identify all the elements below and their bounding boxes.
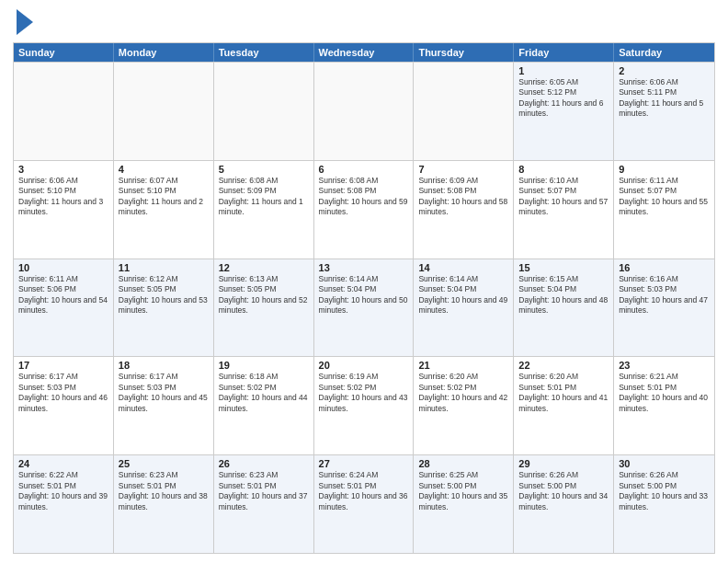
calendar-row-0: 1Sunrise: 6:05 AM Sunset: 5:12 PM Daylig… <box>14 62 714 160</box>
day-cell-12: 12Sunrise: 6:13 AM Sunset: 5:05 PM Dayli… <box>214 259 314 357</box>
day-cell-14: 14Sunrise: 6:14 AM Sunset: 5:04 PM Dayli… <box>414 259 514 357</box>
cell-info: Sunrise: 6:12 AM Sunset: 5:05 PM Dayligh… <box>119 274 209 316</box>
day-cell-13: 13Sunrise: 6:14 AM Sunset: 5:04 PM Dayli… <box>314 259 415 357</box>
day-cell-29: 29Sunrise: 6:26 AM Sunset: 5:00 PM Dayli… <box>514 455 614 553</box>
day-cell-27: 27Sunrise: 6:24 AM Sunset: 5:01 PM Dayli… <box>314 455 415 553</box>
day-cell-16: 16Sunrise: 6:16 AM Sunset: 5:03 PM Dayli… <box>614 259 714 357</box>
cell-info: Sunrise: 6:20 AM Sunset: 5:02 PM Dayligh… <box>418 372 508 414</box>
day-cell-2: 2Sunrise: 6:06 AM Sunset: 5:11 PM Daylig… <box>614 63 714 160</box>
day-cell-1: 1Sunrise: 6:05 AM Sunset: 5:12 PM Daylig… <box>514 63 614 160</box>
cell-info: Sunrise: 6:10 AM Sunset: 5:07 PM Dayligh… <box>518 176 609 218</box>
day-number: 30 <box>619 458 710 469</box>
day-number: 3 <box>18 164 108 175</box>
day-number: 18 <box>119 360 209 371</box>
header-day-thursday: Thursday <box>414 43 514 62</box>
cell-info: Sunrise: 6:06 AM Sunset: 5:11 PM Dayligh… <box>619 77 710 120</box>
day-number: 27 <box>319 458 409 469</box>
day-number: 10 <box>18 262 108 273</box>
day-number: 25 <box>119 458 209 469</box>
day-cell-8: 8Sunrise: 6:10 AM Sunset: 5:07 PM Daylig… <box>514 161 614 259</box>
header-day-saturday: Saturday <box>614 43 714 62</box>
empty-cell-0-4 <box>414 63 514 160</box>
empty-cell-0-3 <box>314 63 415 160</box>
day-cell-17: 17Sunrise: 6:17 AM Sunset: 5:03 PM Dayli… <box>14 357 114 454</box>
cell-info: Sunrise: 6:16 AM Sunset: 5:03 PM Dayligh… <box>619 274 710 316</box>
calendar-row-4: 24Sunrise: 6:22 AM Sunset: 5:01 PM Dayli… <box>14 454 714 553</box>
cell-info: Sunrise: 6:15 AM Sunset: 5:04 PM Dayligh… <box>518 274 609 316</box>
header-day-friday: Friday <box>514 43 614 62</box>
header-day-monday: Monday <box>114 43 214 62</box>
day-number: 16 <box>619 262 710 273</box>
cell-info: Sunrise: 6:19 AM Sunset: 5:02 PM Dayligh… <box>319 372 409 414</box>
calendar-row-1: 3Sunrise: 6:06 AM Sunset: 5:10 PM Daylig… <box>14 160 714 259</box>
day-number: 15 <box>518 262 609 273</box>
day-cell-21: 21Sunrise: 6:20 AM Sunset: 5:02 PM Dayli… <box>414 357 514 454</box>
day-cell-11: 11Sunrise: 6:12 AM Sunset: 5:05 PM Dayli… <box>114 259 214 357</box>
cell-info: Sunrise: 6:20 AM Sunset: 5:01 PM Dayligh… <box>518 372 609 414</box>
day-number: 8 <box>518 164 609 175</box>
day-cell-9: 9Sunrise: 6:11 AM Sunset: 5:07 PM Daylig… <box>614 161 714 259</box>
cell-info: Sunrise: 6:26 AM Sunset: 5:00 PM Dayligh… <box>518 470 609 512</box>
day-cell-23: 23Sunrise: 6:21 AM Sunset: 5:01 PM Dayli… <box>614 357 714 454</box>
day-number: 21 <box>418 360 508 371</box>
day-cell-28: 28Sunrise: 6:25 AM Sunset: 5:00 PM Dayli… <box>414 455 514 553</box>
day-number: 13 <box>319 262 409 273</box>
logo <box>13 9 33 35</box>
day-cell-10: 10Sunrise: 6:11 AM Sunset: 5:06 PM Dayli… <box>14 259 114 357</box>
day-cell-15: 15Sunrise: 6:15 AM Sunset: 5:04 PM Dayli… <box>514 259 614 357</box>
cell-info: Sunrise: 6:09 AM Sunset: 5:08 PM Dayligh… <box>418 176 508 218</box>
cell-info: Sunrise: 6:11 AM Sunset: 5:06 PM Dayligh… <box>18 274 108 316</box>
cell-info: Sunrise: 6:05 AM Sunset: 5:12 PM Dayligh… <box>518 77 609 120</box>
cell-info: Sunrise: 6:13 AM Sunset: 5:05 PM Dayligh… <box>219 274 309 316</box>
day-number: 17 <box>18 360 108 371</box>
day-number: 26 <box>219 458 309 469</box>
day-number: 5 <box>219 164 309 175</box>
day-cell-24: 24Sunrise: 6:22 AM Sunset: 5:01 PM Dayli… <box>14 455 114 553</box>
cell-info: Sunrise: 6:11 AM Sunset: 5:07 PM Dayligh… <box>619 176 710 218</box>
day-number: 14 <box>418 262 508 273</box>
header-day-tuesday: Tuesday <box>214 43 314 62</box>
day-number: 9 <box>619 164 710 175</box>
cell-info: Sunrise: 6:14 AM Sunset: 5:04 PM Dayligh… <box>418 274 508 316</box>
cell-info: Sunrise: 6:14 AM Sunset: 5:04 PM Dayligh… <box>319 274 409 316</box>
day-number: 6 <box>319 164 409 175</box>
cell-info: Sunrise: 6:23 AM Sunset: 5:01 PM Dayligh… <box>119 470 209 512</box>
day-cell-26: 26Sunrise: 6:23 AM Sunset: 5:01 PM Dayli… <box>214 455 314 553</box>
calendar: SundayMondayTuesdayWednesdayThursdayFrid… <box>13 42 715 554</box>
day-cell-25: 25Sunrise: 6:23 AM Sunset: 5:01 PM Dayli… <box>114 455 214 553</box>
day-number: 19 <box>219 360 309 371</box>
day-number: 20 <box>319 360 409 371</box>
empty-cell-0-2 <box>214 63 314 160</box>
cell-info: Sunrise: 6:17 AM Sunset: 5:03 PM Dayligh… <box>119 372 209 414</box>
calendar-body: 1Sunrise: 6:05 AM Sunset: 5:12 PM Daylig… <box>14 62 714 553</box>
cell-info: Sunrise: 6:07 AM Sunset: 5:10 PM Dayligh… <box>119 176 209 218</box>
day-number: 11 <box>119 262 209 273</box>
day-cell-18: 18Sunrise: 6:17 AM Sunset: 5:03 PM Dayli… <box>114 357 214 454</box>
page: SundayMondayTuesdayWednesdayThursdayFrid… <box>0 0 728 563</box>
header <box>13 9 715 35</box>
cell-info: Sunrise: 6:08 AM Sunset: 5:08 PM Dayligh… <box>319 176 409 218</box>
logo-arrow-icon <box>17 9 33 35</box>
day-number: 28 <box>418 458 508 469</box>
day-number: 24 <box>18 458 108 469</box>
day-number: 4 <box>119 164 209 175</box>
empty-cell-0-0 <box>14 63 114 160</box>
calendar-row-3: 17Sunrise: 6:17 AM Sunset: 5:03 PM Dayli… <box>14 356 714 454</box>
cell-info: Sunrise: 6:06 AM Sunset: 5:10 PM Dayligh… <box>18 176 108 218</box>
cell-info: Sunrise: 6:22 AM Sunset: 5:01 PM Dayligh… <box>18 470 108 512</box>
calendar-header: SundayMondayTuesdayWednesdayThursdayFrid… <box>14 43 714 62</box>
day-cell-5: 5Sunrise: 6:08 AM Sunset: 5:09 PM Daylig… <box>214 161 314 259</box>
day-number: 7 <box>418 164 508 175</box>
day-number: 12 <box>219 262 309 273</box>
cell-info: Sunrise: 6:18 AM Sunset: 5:02 PM Dayligh… <box>219 372 309 414</box>
header-day-wednesday: Wednesday <box>314 43 415 62</box>
cell-info: Sunrise: 6:23 AM Sunset: 5:01 PM Dayligh… <box>219 470 309 512</box>
day-cell-19: 19Sunrise: 6:18 AM Sunset: 5:02 PM Dayli… <box>214 357 314 454</box>
cell-info: Sunrise: 6:17 AM Sunset: 5:03 PM Dayligh… <box>18 372 108 414</box>
day-number: 1 <box>518 65 609 76</box>
day-cell-30: 30Sunrise: 6:26 AM Sunset: 5:00 PM Dayli… <box>614 455 714 553</box>
cell-info: Sunrise: 6:08 AM Sunset: 5:09 PM Dayligh… <box>219 176 309 218</box>
day-cell-4: 4Sunrise: 6:07 AM Sunset: 5:10 PM Daylig… <box>114 161 214 259</box>
day-number: 29 <box>518 458 609 469</box>
day-number: 22 <box>518 360 609 371</box>
